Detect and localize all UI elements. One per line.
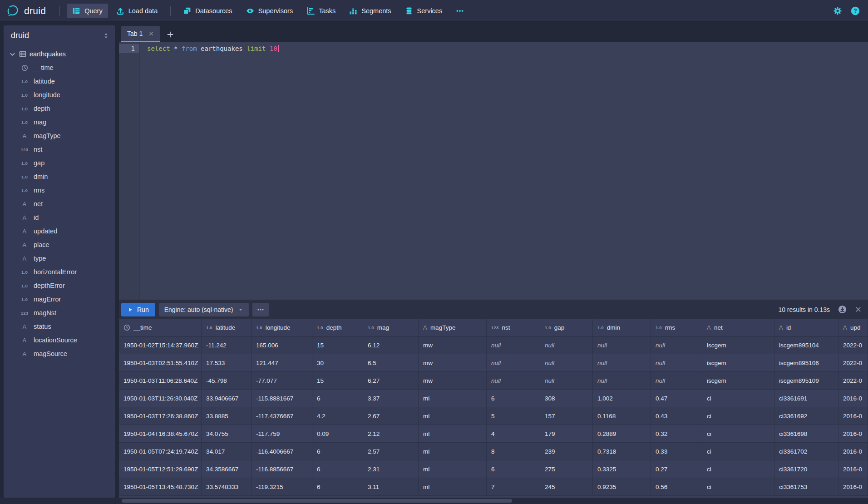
table-cell[interactable]: 17.533	[202, 354, 252, 371]
table-cell[interactable]: 4.2	[312, 407, 363, 425]
table-cell[interactable]: ci3361698	[774, 425, 838, 442]
sidebar-column-depthError[interactable]: 1.0depthError	[4, 279, 115, 292]
sidebar-column-latitude[interactable]: 1.0latitude	[4, 74, 115, 88]
sidebar-column-updated[interactable]: Aupdated	[4, 224, 115, 238]
table-cell[interactable]: 0.56	[651, 478, 702, 495]
table-cell[interactable]: -115.8881667	[252, 390, 312, 407]
table-cell[interactable]: 0.27	[651, 460, 702, 478]
table-cell[interactable]: 6.5	[363, 354, 419, 371]
sidebar-column-type[interactable]: Atype	[4, 252, 115, 265]
table-cell[interactable]: -116.8856667	[252, 460, 312, 478]
table-cell[interactable]: 2.31	[363, 460, 419, 478]
table-cell[interactable]: 2016-0	[838, 478, 868, 495]
table-cell[interactable]: 275	[540, 460, 593, 478]
nav-item-supervisors[interactable]: Supervisors	[241, 4, 299, 18]
table-cell[interactable]: null	[593, 354, 651, 371]
column-header-nst[interactable]: 123nst	[487, 319, 540, 336]
table-cell[interactable]: 6.12	[363, 336, 419, 354]
column-header-depth[interactable]: 1.0depth	[312, 319, 363, 336]
run-button[interactable]: Run	[121, 303, 155, 316]
table-cell[interactable]: 2022-0	[838, 354, 868, 371]
sidebar-column-longitude[interactable]: 1.0longitude	[4, 88, 115, 102]
nav-item-datasources[interactable]: Datasources	[178, 4, 237, 18]
sidebar-column-nst[interactable]: 123nst	[4, 143, 115, 156]
table-cell[interactable]: 33.8885	[202, 407, 252, 425]
nav-item-services[interactable]: Services	[399, 4, 448, 18]
sidebar-column-dmin[interactable]: 1.0dmin	[4, 170, 115, 183]
sidebar-column-mag[interactable]: 1.0mag	[4, 115, 115, 129]
table-cell[interactable]: ci	[702, 425, 774, 442]
table-cell[interactable]: 2016-0	[838, 407, 868, 425]
table-cell[interactable]: ml	[419, 443, 487, 460]
table-cell[interactable]: ci	[702, 407, 774, 425]
table-cell[interactable]: null	[487, 354, 540, 371]
sidebar-column-gap[interactable]: 1.0gap	[4, 156, 115, 170]
table-cell[interactable]: mw	[419, 354, 487, 371]
table-cell[interactable]: 2016-0	[838, 390, 868, 407]
table-cell[interactable]: 1.002	[593, 390, 651, 407]
table-cell[interactable]: -117.4376667	[252, 407, 312, 425]
table-cell[interactable]: 1950-01-03T17:26:38.860Z	[119, 407, 202, 425]
table-cell[interactable]: 1950-01-03T02:51:55.410Z	[119, 354, 202, 371]
column-header-dmin[interactable]: 1.0dmin	[593, 319, 651, 336]
table-cell[interactable]: 0.47	[651, 390, 702, 407]
new-tab-plus-icon[interactable]	[167, 31, 174, 38]
column-header-net[interactable]: Anet	[702, 319, 774, 336]
table-cell[interactable]: 5	[487, 407, 540, 425]
table-cell[interactable]: 245	[540, 478, 593, 495]
table-cell[interactable]: ci	[702, 478, 774, 495]
horizontal-scrollbar-thumb[interactable]	[122, 499, 512, 503]
sidebar-column-magNst[interactable]: 123magNst	[4, 306, 115, 320]
table-cell[interactable]: 0.3325	[593, 460, 651, 478]
table-cell[interactable]: 1950-01-04T16:38:45.670Z	[119, 425, 202, 442]
table-cell[interactable]: 1950-01-03T11:26:30.040Z	[119, 390, 202, 407]
table-cell[interactable]: -77.077	[252, 372, 312, 389]
sidebar-column-status[interactable]: Astatus	[4, 320, 115, 333]
table-cell[interactable]: 0.33	[651, 443, 702, 460]
table-cell[interactable]: mw	[419, 336, 487, 354]
table-cell[interactable]: 2016-0	[838, 443, 868, 460]
table-cell[interactable]: 6	[312, 460, 363, 478]
more-options-button[interactable]	[252, 303, 269, 316]
table-cell[interactable]: null	[593, 372, 651, 389]
table-cell[interactable]: 0.2889	[593, 425, 651, 442]
table-cell[interactable]: 34.017	[202, 443, 252, 460]
table-cell[interactable]: 2016-0	[838, 460, 868, 478]
table-cell[interactable]: 6	[312, 478, 363, 495]
sidebar-column-magSource[interactable]: AmagSource	[4, 347, 115, 361]
table-cell[interactable]: 33.5748333	[202, 478, 252, 495]
table-cell[interactable]: iscgem	[702, 372, 774, 389]
table-cell[interactable]: ml	[419, 390, 487, 407]
sidebar-column-locationSource[interactable]: AlocationSource	[4, 333, 115, 347]
druid-logo[interactable]: druid	[6, 4, 46, 18]
sidebar-column-__time[interactable]: __time	[4, 61, 115, 74]
table-cell[interactable]: iscgem	[702, 354, 774, 371]
sidebar-column-depth[interactable]: 1.0depth	[4, 102, 115, 115]
table-cell[interactable]: iscgem895106	[774, 354, 838, 371]
column-header-mag[interactable]: 1.0mag	[363, 319, 419, 336]
table-cell[interactable]: 2.57	[363, 443, 419, 460]
table-cell[interactable]: null	[593, 336, 651, 354]
settings-gear-icon[interactable]	[833, 6, 842, 15]
sidebar-column-place[interactable]: Aplace	[4, 238, 115, 252]
table-cell[interactable]: 34.3586667	[202, 460, 252, 478]
table-cell[interactable]: 7	[487, 478, 540, 495]
table-cell[interactable]: ci	[702, 460, 774, 478]
table-cell[interactable]: 165.006	[252, 336, 312, 354]
double-caret-vertical-icon[interactable]	[103, 32, 109, 39]
table-cell[interactable]: iscgem895104	[774, 336, 838, 354]
column-header-__time[interactable]: __time	[119, 319, 202, 336]
column-header-id[interactable]: Aid	[774, 319, 838, 336]
tab-query-1[interactable]: Tab 1	[121, 26, 160, 42]
nav-more-button[interactable]	[450, 4, 469, 18]
table-cell[interactable]: -45.798	[202, 372, 252, 389]
help-icon[interactable]: ?	[851, 6, 860, 15]
table-cell[interactable]: 6	[312, 390, 363, 407]
table-cell[interactable]: -117.759	[252, 425, 312, 442]
table-cell[interactable]: 308	[540, 390, 593, 407]
column-header-upd[interactable]: Aupd	[838, 319, 868, 336]
table-cell[interactable]: -116.4006667	[252, 443, 312, 460]
table-cell[interactable]: 2016-0	[838, 425, 868, 442]
sidebar-column-magError[interactable]: 1.0magError	[4, 292, 115, 306]
table-cell[interactable]: null	[651, 336, 702, 354]
